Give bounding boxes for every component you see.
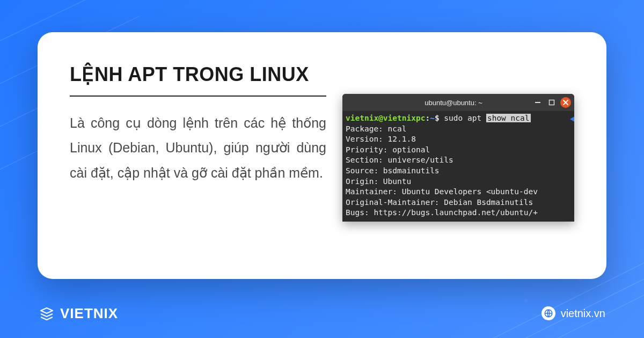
pointer-arrow-icon xyxy=(570,115,574,123)
globe-icon xyxy=(541,306,555,320)
prompt-separator: : xyxy=(425,114,430,122)
terminal-title: ubuntu@ubuntu: ~ xyxy=(346,99,529,107)
command-prefix: sudo apt xyxy=(444,114,486,122)
terminal-prompt-line: vietnix@vietnixpc:~$ sudo apt show ncal xyxy=(346,113,571,124)
svg-rect-4 xyxy=(550,100,554,105)
terminal-output-line: Maintainer: Ubuntu Developers <ubuntu-de… xyxy=(346,187,571,197)
terminal-output-line: Source: bsdmainutils xyxy=(346,166,571,177)
site-url: vietnix.vn xyxy=(561,307,605,320)
terminal-output-line: Original-Maintainer: Debian Bsdmainutils xyxy=(346,197,571,208)
brand-text: VIETNIX xyxy=(60,305,118,322)
terminal-output-line: Section: universe/utils xyxy=(346,155,571,166)
site-link[interactable]: vietnix.vn xyxy=(541,306,605,320)
stack-icon xyxy=(39,305,55,321)
terminal-output-line: Origin: Ubuntu xyxy=(346,177,571,187)
page-title: LỆNH APT TRONG LINUX xyxy=(70,63,326,86)
brand-logo: VIETNIX xyxy=(39,305,118,322)
terminal-output-line: Bugs: https://bugs.launchpad.net/ubuntu/… xyxy=(346,208,571,218)
prompt-path: ~ xyxy=(430,114,435,122)
terminal-window: ubuntu@ubuntu: ~ vietnix@vietnixpc:~$ su… xyxy=(342,94,574,222)
footer-bar: VIETNIX vietnix.vn xyxy=(0,298,644,338)
command-highlight: show ncal xyxy=(486,114,531,122)
close-icon[interactable] xyxy=(560,97,571,108)
terminal-titlebar: ubuntu@ubuntu: ~ xyxy=(342,94,574,111)
divider xyxy=(70,95,326,97)
terminal-output-line: Priority: optional xyxy=(346,145,571,156)
content-card: LỆNH APT TRONG LINUX Là công cụ dòng lện… xyxy=(38,32,606,279)
prompt-user: vietnix@vietnixpc xyxy=(346,114,425,122)
maximize-icon[interactable] xyxy=(546,97,557,108)
description-text: Là công cụ dòng lệnh trên các hệ thống L… xyxy=(70,111,326,185)
minimize-icon[interactable] xyxy=(532,97,543,108)
svg-rect-3 xyxy=(535,102,540,103)
text-column: LỆNH APT TRONG LINUX Là công cụ dòng lện… xyxy=(70,63,326,252)
terminal-output-line: Version: 12.1.8 xyxy=(346,134,571,145)
terminal-output-line: Package: ncal xyxy=(346,124,571,135)
terminal-column: ubuntu@ubuntu: ~ vietnix@vietnixpc:~$ su… xyxy=(342,63,574,252)
terminal-body[interactable]: vietnix@vietnixpc:~$ sudo apt show ncal … xyxy=(342,111,574,222)
prompt-symbol: $ xyxy=(435,114,440,122)
